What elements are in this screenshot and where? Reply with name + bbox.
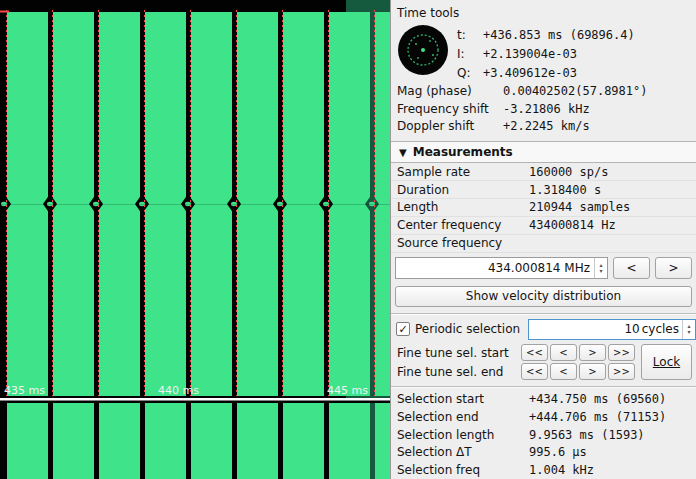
fine-tune-end-row: Fine tune sel. end << < > >> [397,362,637,381]
lock-button[interactable]: Lock [641,344,692,380]
duration-value: 1.318400 s [529,183,601,197]
iq-constellation-display [397,24,449,76]
sample-rate-value: 160000 sp/s [529,165,608,179]
frequency-shift-value: -3.21806 kHz [503,102,590,116]
mag-phase-row: Mag (phase) 0.00402502(57.8981°) [391,82,696,100]
selection-end-row: Selection end +444.706 ms (71153) [391,408,696,426]
end-step-forward-button[interactable]: > [579,363,606,380]
spinbox-arrows[interactable]: ▴ ▾ [594,258,607,278]
periodic-selection-label: Periodic selection [415,322,520,336]
collapse-triangle-icon: ▼ [399,147,407,158]
frequency-spinbox-value: 434.000814 MHz [396,261,594,275]
sigdigger-window: 435 ms 440 ms 445 ms Time tools [0,0,696,479]
selection-start-label: Selection start [397,392,529,406]
center-frequency-row: Center frequency 434000814 Hz [391,217,696,235]
spin-down-icon[interactable]: ▾ [599,268,602,274]
frequency-spinbox[interactable]: 434.000814 MHz ▴ ▾ [395,257,608,279]
selection-end-value: +444.706 ms (71153) [529,410,666,424]
end-big-step-forward-button[interactable]: >> [608,363,635,380]
fine-tune-end-label: Fine tune sel. end [397,365,521,379]
selection-start-row: Selection start +434.750 ms (69560) [391,390,696,408]
selection-end-label: Selection end [397,410,529,424]
periodic-selection-row: ✓ Periodic selection 10 cycles ▴ ▾ [391,317,696,341]
selection-start-value: +434.750 ms (69560) [529,392,666,406]
q-cursor-row: Q: +3.409612e-03 [457,63,690,82]
frequency-step-back-button[interactable]: < [613,257,650,279]
cursor-readout-block: t: +436.853 ms (69896.4) I: +2.139004e-0… [391,22,696,82]
fine-tune-block: Fine tune sel. start << < > >> Fine tune… [391,341,696,383]
frequency-tuner-row: 434.000814 MHz ▴ ▾ < > [391,253,696,282]
measurements-title: Measurements [413,145,513,159]
q-label: Q: [457,66,483,80]
start-big-step-back-button[interactable]: << [521,344,548,361]
start-big-step-forward-button[interactable]: >> [608,344,635,361]
selection-length-row: Selection length 9.9563 ms (1593) [391,426,696,444]
q-value: +3.409612e-03 [483,66,577,80]
selection-freq-value: 1.004 kHz [529,463,594,477]
length-value: 210944 samples [529,200,630,214]
checkmark-icon: ✓ [398,324,407,335]
t-label: t: [457,28,483,42]
time-axis-label: 435 ms [4,384,45,397]
frequency-shift-label: Frequency shift [397,102,503,116]
center-frequency-label: Center frequency [397,218,529,232]
selection-freq-label: Selection freq [397,463,529,477]
mag-phase-label: Mag (phase) [397,84,503,98]
doppler-shift-row: Doppler shift +2.2245 km/s [391,118,696,136]
spinbox-arrows[interactable]: ▴ ▾ [682,320,695,339]
doppler-shift-value: +2.2245 km/s [503,119,590,133]
start-step-back-button[interactable]: < [550,344,577,361]
time-tools-panel: Time tools t: +436.853 ms (69896.4) [390,0,696,479]
fine-tune-start-label: Fine tune sel. start [397,346,521,360]
time-cursor-row: t: +436.853 ms (69896.4) [457,25,690,44]
cycles-spinbox[interactable]: 10 cycles ▴ ▾ [528,319,696,340]
waveform-view[interactable]: 435 ms 440 ms 445 ms [0,0,390,479]
show-velocity-distribution-button[interactable]: Show velocity distribution [395,286,692,308]
cycles-suffix: cycles [642,322,679,336]
selection-delta-t-row: Selection ΔT 995.6 µs [391,443,696,461]
i-value: +2.139004e-03 [483,47,577,61]
source-frequency-label: Source frequency [397,236,529,250]
separator [391,386,696,388]
time-axis-label: 440 ms [158,384,199,397]
spin-down-icon[interactable]: ▾ [687,329,690,335]
t-value: +436.853 ms (69896.4) [483,28,635,42]
fine-tune-start-row: Fine tune sel. start << < > >> [397,343,637,362]
frequency-shift-row: Frequency shift -3.21806 kHz [391,100,696,118]
separator [391,313,696,315]
panel-title: Time tools [391,0,696,22]
time-axis-label: 445 ms [327,384,368,397]
sample-rate-row: Sample rate 160000 sp/s [391,163,696,181]
end-step-back-button[interactable]: < [550,363,577,380]
duration-label: Duration [397,183,529,197]
duration-row: Duration 1.318400 s [391,181,696,199]
center-frequency-value: 434000814 Hz [529,218,616,232]
i-label: I: [457,47,483,61]
frequency-step-forward-button[interactable]: > [655,257,692,279]
source-frequency-row: Source frequency [391,235,696,253]
periodic-selection-checkbox[interactable]: ✓ [396,322,410,336]
selection-delta-t-value: 995.6 µs [529,445,587,459]
doppler-shift-label: Doppler shift [397,119,503,133]
end-big-step-back-button[interactable]: << [521,363,548,380]
cycles-value: 10 [624,322,639,336]
measurements-section-header[interactable]: ▼ Measurements [391,141,696,163]
length-label: Length [397,200,529,214]
selection-freq-row: Selection freq 1.004 kHz [391,461,696,479]
sample-rate-label: Sample rate [397,165,529,179]
i-cursor-row: I: +2.139004e-03 [457,44,690,63]
waveform-plot[interactable]: 435 ms 440 ms 445 ms [0,0,390,479]
mag-phase-value: 0.00402502(57.8981°) [503,84,648,98]
selection-length-value: 9.9563 ms (1593) [529,428,645,442]
selection-length-label: Selection length [397,428,529,442]
length-row: Length 210944 samples [391,199,696,217]
selection-delta-t-label: Selection ΔT [397,445,529,459]
start-step-forward-button[interactable]: > [579,344,606,361]
